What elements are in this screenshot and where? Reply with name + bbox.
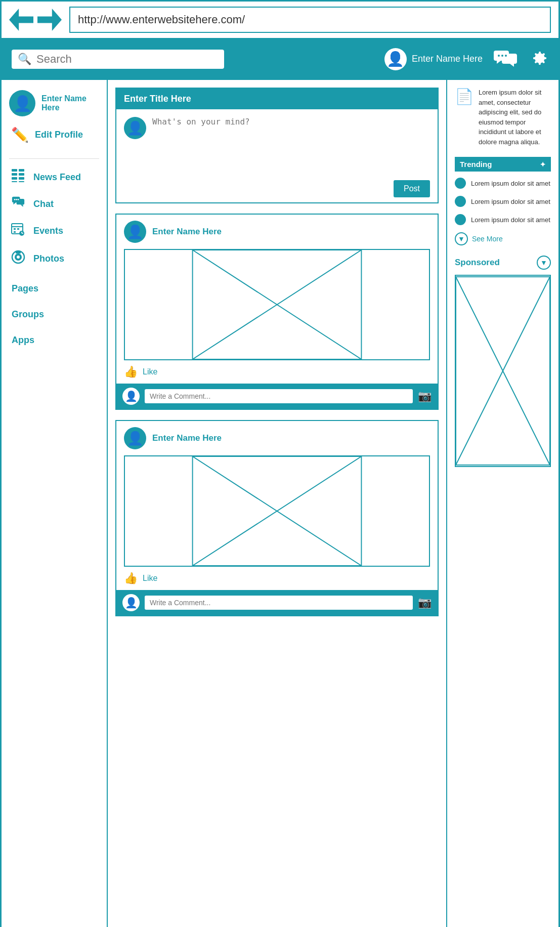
svg-point-35 xyxy=(17,256,20,259)
edit-profile-label: Edit Profile xyxy=(35,130,83,140)
sidebar-news-feed-label: News Feed xyxy=(33,172,81,183)
sidebar-divider xyxy=(9,158,99,159)
svg-rect-28 xyxy=(17,228,19,230)
comment-input-1[interactable] xyxy=(145,389,413,403)
sponsored-chevron[interactable]: ▼ xyxy=(537,256,551,270)
feed-post-1-name: Enter Name Here xyxy=(152,227,222,237)
svg-rect-17 xyxy=(19,181,24,182)
sidebar-edit-profile[interactable]: ✏️ Edit Profile xyxy=(9,127,99,143)
post-input[interactable] xyxy=(152,117,430,167)
sidebar-chat-label: Chat xyxy=(33,199,54,209)
svg-point-22 xyxy=(14,199,16,200)
header: 🔍 👤 Enter Name Here xyxy=(2,39,558,80)
settings-icon[interactable] xyxy=(529,49,548,70)
see-more[interactable]: ▼ See More xyxy=(455,232,551,245)
search-icon: 🔍 xyxy=(18,53,31,66)
svg-marker-1 xyxy=(497,61,501,64)
trending-item-1[interactable]: Lorem ipsum dolor sit amet xyxy=(455,178,551,189)
post-box-title: Enter Title Here xyxy=(124,94,191,104)
svg-rect-29 xyxy=(14,231,16,233)
feed-post-1-header: 👤 Enter Name Here xyxy=(116,215,438,249)
feed-post-2: 👤 Enter Name Here 👍 Like 👤 xyxy=(115,420,439,616)
trending-label: Trending xyxy=(460,160,492,168)
sidebar-groups-label[interactable]: Groups xyxy=(12,309,99,320)
trending-section: Trending ✦ Lorem ipsum dolor sit amet Lo… xyxy=(455,157,551,245)
sidebar-chat-icon xyxy=(9,196,27,213)
svg-point-9 xyxy=(513,58,515,60)
sidebar-photos-label: Photos xyxy=(33,254,64,264)
trending-icon: ✦ xyxy=(540,160,546,168)
feed-post-2-header: 👤 Enter Name Here xyxy=(116,421,438,455)
feed-post-1-comment-bar: 👤 📷 xyxy=(116,384,438,409)
comment-avatar-1: 👤 xyxy=(122,388,140,405)
svg-point-24 xyxy=(18,199,19,200)
photos-icon xyxy=(9,249,27,268)
trending-dot-1 xyxy=(455,178,466,189)
sidebar-profile[interactable]: 👤 Enter Name Here xyxy=(9,90,99,116)
sidebar-pages-label[interactable]: Pages xyxy=(12,283,99,294)
trending-dot-2 xyxy=(455,196,466,207)
svg-point-7 xyxy=(506,58,508,60)
forward-button[interactable] xyxy=(37,9,62,31)
post-button[interactable]: Post xyxy=(394,180,430,197)
sponsored-section: Sponsored ▼ xyxy=(455,256,551,467)
svg-marker-3 xyxy=(510,64,514,67)
sidebar-avatar: 👤 xyxy=(9,90,35,116)
svg-rect-16 xyxy=(12,181,17,182)
search-container: 🔍 xyxy=(12,50,224,69)
like-icon-1[interactable]: 👍 xyxy=(124,365,138,378)
header-user-name: Enter Name Here xyxy=(412,54,483,64)
svg-point-6 xyxy=(505,55,507,57)
chat-icon[interactable] xyxy=(493,49,519,70)
content-area: Enter Title Here 👤 Post 👤 Enter Name Her… xyxy=(108,80,447,927)
sidebar-item-news-feed[interactable]: News Feed xyxy=(9,168,99,187)
header-avatar-icon: 👤 xyxy=(386,51,404,67)
see-more-icon: ▼ xyxy=(455,232,468,245)
avatar-icon: 👤 xyxy=(13,95,32,112)
like-label-2[interactable]: Like xyxy=(143,574,157,583)
trending-item-2[interactable]: Lorem ipsum dolor sit amet xyxy=(455,196,551,207)
feed-post-2-comment-bar: 👤 📷 xyxy=(116,590,438,615)
camera-icon-1[interactable]: 📷 xyxy=(418,390,432,403)
sidebar-item-photos[interactable]: Photos xyxy=(9,249,99,268)
trending-text-3: Lorem ipsum dolor sit amet xyxy=(471,216,550,224)
like-label-1[interactable]: Like xyxy=(143,367,157,376)
nav-buttons xyxy=(9,9,62,31)
trending-dot-3 xyxy=(455,214,466,225)
svg-rect-27 xyxy=(14,228,16,230)
header-user: 👤 Enter Name Here xyxy=(384,48,483,70)
comment-avatar-icon-1: 👤 xyxy=(125,390,138,402)
feed-post-1-avatar: 👤 xyxy=(124,221,146,243)
trending-item-3[interactable]: Lorem ipsum dolor sit amet xyxy=(455,214,551,225)
events-icon xyxy=(9,222,27,240)
camera-icon-2[interactable]: 📷 xyxy=(418,596,432,609)
feed-post-1-avatar-icon: 👤 xyxy=(127,224,143,240)
back-button[interactable] xyxy=(9,9,33,31)
svg-rect-36 xyxy=(16,251,21,254)
browser-bar xyxy=(2,2,558,39)
sidebar-apps-label[interactable]: Apps xyxy=(12,335,99,346)
feed-post-2-image xyxy=(124,455,430,567)
svg-marker-19 xyxy=(13,202,16,204)
svg-rect-14 xyxy=(12,177,17,180)
sidebar-item-chat[interactable]: Chat xyxy=(9,196,99,213)
right-article: 📄 Lorem ipsum dolor sit amet, consectetu… xyxy=(455,88,551,147)
header-right: 👤 Enter Name Here xyxy=(384,48,548,70)
comment-input-2[interactable] xyxy=(145,596,413,610)
search-input[interactable] xyxy=(36,53,218,66)
trending-header: Trending ✦ xyxy=(455,157,551,172)
header-avatar: 👤 xyxy=(384,48,407,70)
svg-point-5 xyxy=(501,55,503,57)
feed-post-1-image xyxy=(124,249,430,360)
sponsored-label: Sponsored xyxy=(455,258,500,268)
sidebar-item-events[interactable]: Events xyxy=(9,222,99,240)
svg-rect-10 xyxy=(12,169,17,172)
trending-text-2: Lorem ipsum dolor sit amet xyxy=(471,198,550,205)
svg-point-4 xyxy=(498,55,500,57)
like-icon-2[interactable]: 👍 xyxy=(124,572,138,585)
article-text: Lorem ipsum dolor sit amet, consectetur … xyxy=(479,88,551,147)
svg-rect-11 xyxy=(19,169,24,172)
post-box-body: 👤 xyxy=(116,109,438,175)
sponsored-image xyxy=(455,275,551,467)
url-input[interactable] xyxy=(69,7,551,33)
